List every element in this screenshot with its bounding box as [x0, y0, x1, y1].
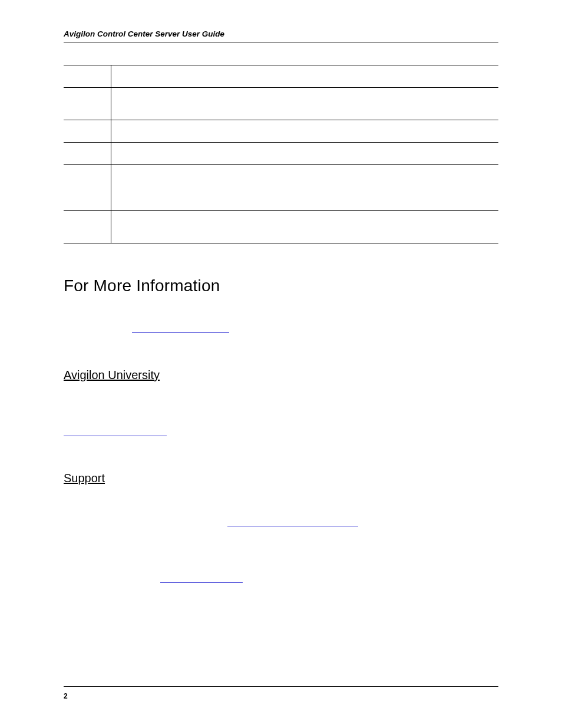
link-row: [64, 518, 498, 529]
table-row: [64, 65, 498, 88]
feature-name-cell: [111, 211, 304, 243]
feature-table: [64, 65, 498, 243]
page: Avigilon Control Center Server User Guid…: [0, 0, 562, 728]
feature-desc-cell: [304, 88, 498, 120]
feature-name-cell: [111, 88, 304, 120]
running-header: Avigilon Control Center Server User Guid…: [64, 29, 498, 42]
link-row: [64, 575, 498, 585]
table-row: [64, 165, 498, 211]
support-contact-link[interactable]: [227, 526, 358, 526]
feature-desc-cell: [304, 65, 498, 88]
feature-desc-cell: [304, 143, 498, 165]
heading-for-more-information: For More Information: [64, 276, 498, 295]
table-row: [64, 88, 498, 120]
page-number: 2: [64, 692, 68, 700]
avigilon-link[interactable]: [132, 332, 229, 333]
page-footer: 2: [64, 686, 498, 701]
link-row: [64, 428, 498, 439]
feature-name-cell: [111, 65, 304, 88]
table-row: [64, 211, 498, 243]
table-row: [64, 143, 498, 165]
heading-avigilon-university: Avigilon University: [64, 368, 498, 382]
icon-cell: [64, 88, 111, 120]
feature-name-cell: [111, 120, 304, 143]
icon-cell: [64, 65, 111, 88]
heading-support: Support: [64, 472, 498, 485]
feature-desc-cell: [304, 120, 498, 143]
feature-name-cell: [111, 143, 304, 165]
feature-name-cell: [111, 165, 304, 211]
icon-cell: [64, 120, 111, 143]
link-row: [64, 325, 498, 335]
feature-desc-cell: [304, 165, 498, 211]
icon-cell: [64, 143, 111, 165]
partner-portal-link[interactable]: [64, 436, 167, 436]
feature-desc-cell: [304, 211, 498, 243]
table-row: [64, 120, 498, 143]
support-center-link[interactable]: [160, 582, 243, 583]
icon-cell: [64, 165, 111, 211]
icon-cell: [64, 211, 111, 243]
